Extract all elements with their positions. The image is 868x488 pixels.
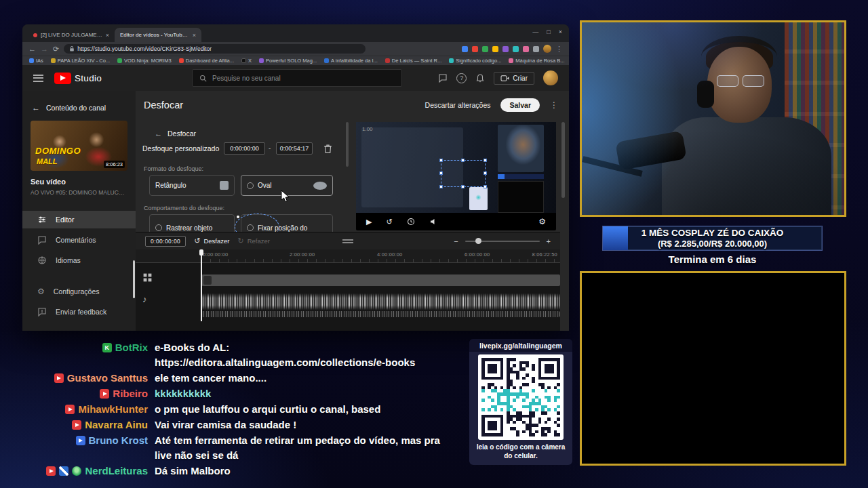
undo-button[interactable]: ↺ Desfazer [194, 237, 229, 245]
extension-icon[interactable] [533, 46, 539, 52]
timeline-timecode[interactable]: 0:00:00:00 [145, 236, 186, 247]
browser-menu-icon[interactable]: ⋮ [555, 45, 563, 53]
discard-changes-button[interactable]: Descartar alterações [425, 101, 491, 109]
bookmark-item[interactable]: Powerful SOLO Mag... [259, 58, 317, 64]
trash-icon[interactable] [323, 143, 333, 154]
sidebar-item-editor[interactable]: Editor [22, 211, 136, 228]
chat-message: K BotRix e-Books do AL: https://editora.… [39, 340, 454, 370]
extension-icon[interactable] [523, 46, 529, 52]
bookmark-item[interactable]: A infalibilidade da I... [324, 58, 378, 64]
selection-handle[interactable] [461, 159, 465, 162]
bookmark-item[interactable]: VOD.Ninja: MORIM3 [117, 58, 172, 64]
tab-title: [2] LIVE DO JULGAMENTO NO TSE | [41, 32, 102, 38]
extension-icon[interactable] [513, 46, 519, 52]
sidebar-scrollbar[interactable] [133, 260, 135, 298]
audio-waveform[interactable] [201, 293, 560, 310]
help-icon[interactable]: ? [456, 73, 467, 83]
kick-badge-icon: K [102, 343, 112, 352]
chat-username[interactable]: BotRix [115, 340, 148, 355]
zoom-slider-thumb[interactable] [475, 238, 481, 244]
volume-icon[interactable] [429, 218, 437, 226]
oval-swatch-icon [313, 182, 327, 190]
chat-username[interactable]: MihawkHunter [78, 402, 148, 417]
blur-segment-chip[interactable] [203, 276, 212, 285]
blur-shape-rectangle-option[interactable]: Retângulo [149, 175, 235, 196]
nav-forward-button[interactable]: → [41, 45, 48, 53]
back-to-channel-content[interactable]: ← Conteúdo do canal [32, 103, 106, 113]
selection-handle[interactable] [439, 185, 443, 188]
selection-handle[interactable] [484, 171, 487, 175]
panel-scrollbar[interactable] [346, 122, 349, 167]
blur-panel-back[interactable]: ← Desfocar [155, 129, 196, 138]
audio-waveform-secondary[interactable] [201, 311, 560, 317]
chat-username[interactable]: NerdLeituras [85, 464, 148, 479]
page-title: Desfocar [144, 100, 183, 110]
lock-icon [69, 45, 75, 52]
sidebar-item-settings[interactable]: ⚙ Configurações [22, 283, 136, 300]
nav-back-button[interactable]: ← [28, 45, 36, 53]
channel-search-input[interactable]: Pesquise no seu canal [192, 69, 402, 87]
bookmark-item[interactable]: Máquina de Rosa B... [509, 58, 564, 64]
bookmark-item[interactable]: Dashboard de Afilia... [179, 58, 234, 64]
chat-username[interactable]: Navarra Ainu [85, 418, 148, 432]
maximize-button[interactable]: □ [547, 28, 550, 35]
create-button[interactable]: Criar [494, 72, 534, 85]
bookmark-item[interactable]: X [241, 58, 252, 64]
bookmark-item[interactable]: Significado código... [449, 58, 501, 64]
tab-close-icon[interactable]: × [106, 32, 109, 39]
save-button[interactable]: Salvar [500, 98, 540, 112]
chat-username[interactable]: Gustavo Santtus [67, 371, 148, 386]
preview-undo-icon[interactable]: ↺ [386, 218, 392, 226]
blur-start-time-field[interactable]: 0:00:00:00 [224, 142, 265, 155]
bookmark-item[interactable]: PAPA LEÃO XIV - Co... [51, 58, 110, 64]
notifications-bell-icon[interactable] [475, 73, 485, 83]
redo-button[interactable]: ↻ Refazer [237, 237, 269, 245]
extension-icon[interactable] [462, 46, 468, 52]
close-button[interactable]: × [559, 28, 562, 35]
sidebar-item-languages[interactable]: Idiomas [22, 251, 136, 269]
sidebar-item-send-feedback[interactable]: Enviar feedback [22, 303, 136, 321]
chat-username[interactable]: Ribeiro [113, 386, 148, 401]
selection-handle[interactable] [439, 159, 443, 162]
extension-icon[interactable] [482, 46, 488, 52]
video-track-bar[interactable] [201, 274, 560, 286]
channel-avatar[interactable] [543, 70, 558, 85]
chat-username[interactable]: Bruno Krost [89, 433, 149, 448]
timeline-drag-handle[interactable] [342, 239, 353, 245]
video-thumbnail[interactable]: DOMINGO MALL 8:06:23 [31, 121, 127, 171]
extension-icon[interactable] [492, 46, 498, 52]
feedback-icon[interactable] [438, 73, 448, 83]
audio-track-icon[interactable]: ♪ [142, 295, 147, 304]
url-bar[interactable]: https://studio.youtube.com/video/CKirG83… [64, 44, 366, 54]
bookmark-item[interactable]: De Laicis — Saint R... [385, 58, 441, 64]
zoom-out-icon[interactable]: − [454, 237, 458, 245]
timeline-playhead[interactable] [201, 249, 202, 321]
kebab-menu-icon[interactable]: ⋮ [550, 100, 558, 110]
video-track-icon[interactable] [142, 272, 153, 283]
play-button[interactable]: ▶ [366, 218, 372, 226]
selection-handle[interactable] [484, 185, 487, 188]
nav-reload-button[interactable]: ⟳ [53, 45, 59, 53]
extension-icon[interactable] [502, 46, 509, 52]
zoom-in-icon[interactable]: + [547, 237, 551, 245]
blur-end-time-field[interactable]: 0:00:54:17 [276, 142, 313, 155]
blur-selection-box[interactable] [441, 160, 486, 187]
video-duration-badge: 8:06:23 [104, 161, 125, 168]
preview-settings-gear-icon[interactable]: ⚙ [538, 218, 546, 226]
editor-scrollbar[interactable] [561, 122, 565, 198]
extension-icon[interactable] [472, 46, 478, 52]
zoom-slider[interactable] [465, 241, 540, 242]
youtube-studio-logo[interactable]: Studio [54, 73, 102, 84]
selection-handle[interactable] [484, 159, 487, 162]
hamburger-menu-icon[interactable] [33, 75, 43, 82]
browser-profile-avatar[interactable] [543, 45, 551, 53]
selection-handle[interactable] [461, 185, 465, 188]
clock-icon[interactable] [407, 218, 415, 226]
selection-handle[interactable] [439, 171, 443, 175]
browser-tab-live[interactable]: [2] LIVE DO JULGAMENTO NO TSE | × [28, 28, 115, 42]
minimize-button[interactable]: — [532, 28, 538, 35]
tab-close-icon[interactable]: × [193, 32, 196, 39]
browser-tab-editor[interactable]: Editor de vídeos - YouTube Stud... × [115, 28, 201, 42]
bookmark-item[interactable]: IAs [29, 58, 43, 64]
sidebar-item-comments[interactable]: Comentários [22, 231, 136, 249]
